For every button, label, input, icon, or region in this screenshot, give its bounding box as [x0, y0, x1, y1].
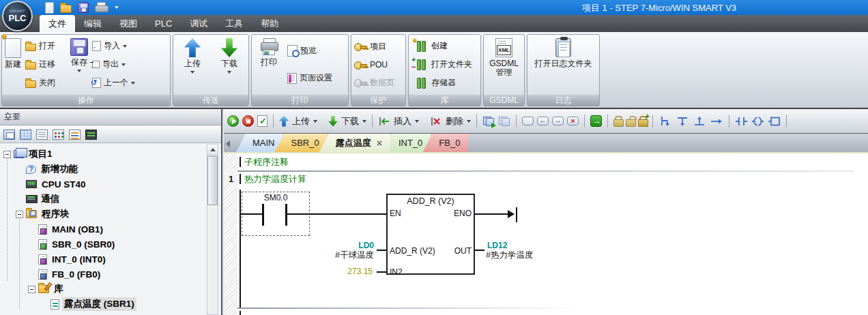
- menu-debug[interactable]: 调试: [181, 15, 216, 32]
- new-file-icon[interactable]: [45, 2, 54, 14]
- menu-view[interactable]: 视图: [111, 15, 146, 32]
- goto-next-icon[interactable]: [590, 115, 602, 127]
- tree-item-project[interactable]: 项目1: [0, 147, 221, 162]
- save-dropdown-icon[interactable]: [77, 70, 81, 72]
- upload-dropdown-icon[interactable]: [313, 120, 317, 123]
- open-folder-icon[interactable]: [60, 5, 72, 13]
- tab-dew-point-active[interactable]: 露点温度×: [319, 134, 390, 152]
- print-button[interactable]: 打印: [253, 36, 285, 93]
- program-status-off-icon[interactable]: [498, 116, 510, 127]
- insert-coil-icon[interactable]: [751, 116, 764, 127]
- previous-button[interactable]: 上一个: [91, 76, 149, 89]
- tree-item-sbr0[interactable]: SBR_0 (SBR0): [0, 237, 221, 252]
- export-dropdown-icon[interactable]: [121, 63, 126, 66]
- status-chart-icon[interactable]: [36, 130, 48, 140]
- lock-icon[interactable]: [613, 116, 622, 127]
- menu-edit[interactable]: 编辑: [75, 15, 111, 32]
- app-logo[interactable]: SMART PLC: [2, 1, 33, 31]
- communications-icon[interactable]: [85, 130, 97, 140]
- program-status-on-icon[interactable]: [482, 116, 495, 127]
- cross-reference-icon[interactable]: [69, 130, 81, 140]
- library-open-folder-button[interactable]: 打开文件夹: [416, 58, 479, 71]
- in1-address[interactable]: LD0: [306, 241, 374, 250]
- insert-dropdown-icon[interactable]: [415, 120, 419, 123]
- project-view-icon[interactable]: [3, 130, 15, 140]
- close-button[interactable]: 关闭: [24, 76, 68, 89]
- insert-box-icon[interactable]: [768, 116, 781, 127]
- tree-item-fb0[interactable]: FB_0 (FB0): [0, 267, 221, 282]
- menu-plc[interactable]: PLC: [146, 15, 181, 32]
- next-bookmark-icon[interactable]: [552, 117, 564, 125]
- page-setup-button[interactable]: 页面设置: [286, 72, 334, 85]
- delete-label[interactable]: 删除: [446, 115, 463, 127]
- line-up-icon[interactable]: [693, 115, 706, 127]
- preview-button[interactable]: 预览: [286, 44, 334, 57]
- protect-project-button[interactable]: 项目: [353, 40, 404, 53]
- collapse-icon[interactable]: [16, 211, 23, 218]
- stop-icon[interactable]: [242, 115, 254, 127]
- unlock-icon[interactable]: [626, 116, 635, 127]
- close-tab-icon[interactable]: ×: [375, 138, 384, 148]
- menu-help[interactable]: 帮助: [252, 15, 287, 32]
- menu-tools[interactable]: 工具: [216, 15, 252, 32]
- new-button[interactable]: 新建: [3, 36, 23, 93]
- tree-item-main-ob1[interactable]: MAIN (OB1): [0, 222, 221, 237]
- insert-row-icon[interactable]: [378, 116, 390, 127]
- download-label[interactable]: 下载: [341, 115, 359, 127]
- tab-scroll-left-icon[interactable]: [226, 140, 230, 147]
- in1-symbol[interactable]: #干球温度: [292, 250, 374, 261]
- tree-item-int0[interactable]: INT_0 (INT0): [0, 252, 221, 267]
- download-dropdown-icon[interactable]: [227, 71, 231, 74]
- insert-contact-icon[interactable]: [735, 116, 748, 127]
- remove-bookmarks-icon[interactable]: [567, 117, 579, 125]
- pou-comment[interactable]: 子程序注释: [244, 156, 289, 168]
- toggle-bookmark-icon[interactable]: [522, 117, 534, 125]
- customize-quick-access-icon[interactable]: [115, 6, 119, 9]
- compile-icon[interactable]: [257, 115, 267, 127]
- tab-main[interactable]: MAIN: [236, 134, 283, 152]
- lock-add-icon[interactable]: [638, 116, 647, 127]
- open-button[interactable]: 打开: [24, 40, 68, 52]
- collapse-icon[interactable]: [28, 286, 35, 293]
- in2-value[interactable]: 273.15: [306, 267, 373, 276]
- menu-file[interactable]: 文件: [40, 15, 75, 32]
- out-symbol[interactable]: #热力学温度: [486, 250, 533, 261]
- line-right-icon[interactable]: [710, 115, 723, 127]
- protect-pou-button[interactable]: POU: [353, 59, 404, 70]
- print-icon[interactable]: [95, 3, 107, 13]
- import-dropdown-icon[interactable]: [123, 45, 127, 48]
- tree-item-communication[interactable]: 通信: [0, 192, 221, 207]
- insert-branch-down-icon[interactable]: [659, 115, 672, 127]
- download-button[interactable]: 下载: [220, 36, 239, 93]
- gsdml-manage-button[interactable]: XML GSDML 管理: [486, 36, 523, 93]
- upload-dropdown-icon[interactable]: [190, 71, 194, 74]
- tree-item-cpu[interactable]: CPU ST40: [0, 177, 221, 192]
- scrollbar-thumb[interactable]: [207, 156, 218, 205]
- save-button[interactable]: 保存: [69, 36, 89, 93]
- data-block-icon[interactable]: [53, 130, 64, 140]
- library-create-button[interactable]: 创建: [416, 40, 479, 52]
- download-icon[interactable]: [328, 116, 338, 127]
- tree-item-whats-new[interactable]: 新增功能: [0, 162, 221, 177]
- open-log-folder-button[interactable]: 打开日志文件夹: [530, 36, 598, 93]
- line-down-icon[interactable]: [676, 115, 689, 127]
- save-icon[interactable]: [78, 2, 89, 13]
- tree-item-library[interactable]: 库: [0, 282, 221, 297]
- collapse-icon[interactable]: [3, 151, 11, 158]
- symbol-table-icon[interactable]: [20, 130, 31, 140]
- upload-button[interactable]: 上传: [183, 36, 202, 93]
- migrate-button[interactable]: 迁移: [24, 58, 68, 71]
- insert-label[interactable]: 插入: [394, 115, 411, 127]
- contact-bar-left[interactable]: [262, 204, 264, 226]
- tree-item-program-block[interactable]: 程序块: [0, 207, 221, 222]
- export-button[interactable]: 导出: [91, 58, 149, 71]
- library-memory-button[interactable]: 存储器: [416, 76, 479, 89]
- upload-label[interactable]: 上传: [292, 115, 310, 127]
- run-icon[interactable]: [227, 115, 239, 127]
- previous-dropdown-icon[interactable]: [131, 82, 135, 85]
- contact-operand[interactable]: SM0.0: [242, 193, 310, 202]
- ladder-canvas[interactable]: 子程序注释 1 热力学温度计算 SM0.0 ADD_R (V2) EN ENO …: [224, 153, 868, 315]
- scroll-up-icon[interactable]: [207, 145, 218, 155]
- network-comment[interactable]: 热力学温度计算: [244, 173, 306, 185]
- import-button[interactable]: 导入: [91, 40, 149, 52]
